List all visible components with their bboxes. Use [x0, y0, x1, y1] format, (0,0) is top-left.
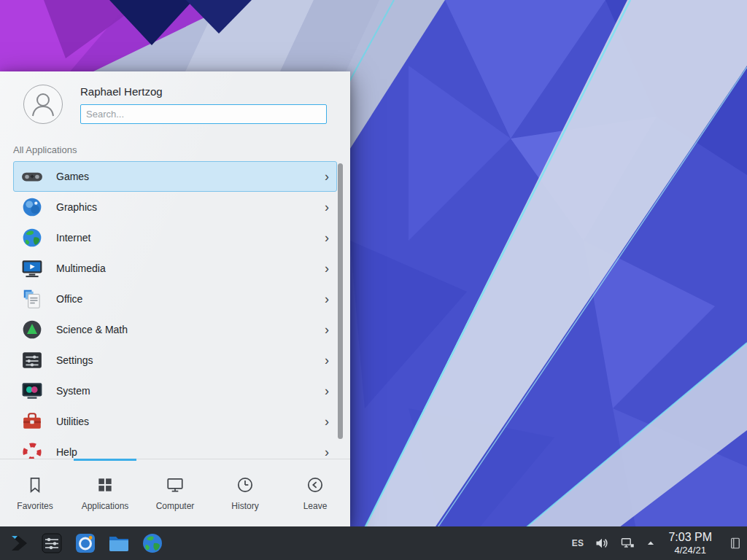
tab-label: History: [231, 501, 258, 511]
user-name: Raphael Hertzog: [80, 85, 327, 98]
tab-applications[interactable]: Applications: [70, 459, 140, 526]
category-graphics[interactable]: Graphics: [13, 192, 337, 222]
category-list: Games Graphics Internet Multimedia Offic…: [0, 161, 350, 459]
discover-icon[interactable]: [73, 531, 98, 556]
section-label: All Applications: [0, 137, 350, 161]
office-icon: [21, 288, 43, 310]
submenu-arrow-icon: [325, 170, 329, 184]
computer-icon: [166, 475, 185, 494]
category-system[interactable]: System: [13, 376, 337, 406]
volume-icon[interactable]: [595, 536, 609, 551]
tab-bar: Favorites Applications Computer History …: [0, 459, 350, 526]
graphics-icon: [21, 196, 43, 218]
keyboard-layout-indicator[interactable]: ES: [572, 538, 584, 548]
category-label: Games: [56, 171, 325, 182]
science-icon: [21, 319, 43, 341]
category-internet[interactable]: Internet: [13, 222, 337, 253]
system-tray: ES 7:03 PM 4/: [572, 530, 743, 556]
category-games[interactable]: Games: [13, 161, 337, 192]
user-icon: [24, 85, 62, 123]
expand-tray-arrow-icon[interactable]: [646, 538, 656, 548]
submenu-arrow-icon: [325, 446, 329, 459]
scrollbar-thumb[interactable]: [338, 163, 343, 439]
submenu-arrow-icon: [325, 323, 329, 337]
clock-date: 4/24/21: [675, 545, 706, 556]
category-utilities[interactable]: Utilities: [13, 406, 337, 437]
user-avatar[interactable]: [23, 85, 63, 124]
category-label: Internet: [56, 232, 325, 244]
internet-icon: [21, 227, 43, 249]
category-office[interactable]: Office: [13, 284, 337, 314]
category-label: Science & Math: [56, 324, 325, 335]
show-desktop-icon: [729, 537, 742, 550]
category-label: System: [56, 385, 325, 397]
submenu-arrow-icon: [325, 201, 329, 214]
tab-label: Favorites: [17, 501, 53, 511]
utilities-icon: [21, 411, 43, 432]
category-label: Settings: [56, 354, 325, 366]
tab-favorites[interactable]: Favorites: [0, 459, 70, 526]
category-label: Office: [56, 293, 325, 305]
tab-label: Leave: [303, 501, 328, 511]
history-icon: [236, 475, 255, 494]
browser-icon[interactable]: [140, 531, 165, 556]
tab-history[interactable]: History: [210, 459, 280, 526]
tab-label: Applications: [82, 501, 129, 511]
category-label: Utilities: [56, 416, 325, 427]
submenu-arrow-icon: [325, 292, 329, 306]
submenu-arrow-icon: [325, 415, 329, 429]
network-icon[interactable]: [620, 536, 635, 551]
category-help[interactable]: Help: [13, 437, 337, 459]
application-launcher-menu: Raphael Hertzog All Applications Games G…: [0, 71, 350, 526]
category-multimedia[interactable]: Multimedia: [13, 253, 337, 284]
search-input[interactable]: [80, 104, 327, 124]
submenu-arrow-icon: [325, 231, 329, 245]
help-icon: [21, 441, 43, 459]
settings-icon: [21, 349, 43, 371]
multimedia-icon: [21, 257, 43, 279]
panel-launchers: [6, 531, 165, 556]
show-desktop-button[interactable]: [728, 530, 743, 556]
submenu-arrow-icon: [325, 354, 329, 368]
applications-icon: [96, 475, 115, 494]
category-label: Multimedia: [56, 262, 325, 274]
tab-computer[interactable]: Computer: [140, 459, 210, 526]
taskbar-panel: ES 7:03 PM 4/: [0, 526, 747, 560]
category-science-math[interactable]: Science & Math: [13, 314, 337, 345]
clock-time: 7:03 PM: [668, 531, 712, 545]
tab-label: Computer: [156, 501, 195, 511]
system-icon: [21, 380, 43, 402]
category-settings[interactable]: Settings: [13, 345, 337, 376]
digital-clock[interactable]: 7:03 PM 4/24/21: [667, 531, 713, 556]
submenu-arrow-icon: [325, 262, 329, 276]
launcher-header: Raphael Hertzog: [0, 71, 350, 137]
category-label: Graphics: [56, 201, 325, 213]
tab-leave[interactable]: Leave: [280, 459, 350, 526]
gamepad-icon: [21, 166, 43, 187]
desktop: Raphael Hertzog All Applications Games G…: [0, 0, 747, 560]
kickoff-icon[interactable]: [6, 531, 31, 556]
file-manager-icon[interactable]: [107, 531, 131, 556]
submenu-arrow-icon: [325, 384, 329, 398]
leave-icon: [306, 475, 325, 494]
category-label: Help: [56, 446, 325, 458]
favorites-icon: [26, 475, 44, 494]
system-settings-icon[interactable]: [39, 531, 64, 556]
